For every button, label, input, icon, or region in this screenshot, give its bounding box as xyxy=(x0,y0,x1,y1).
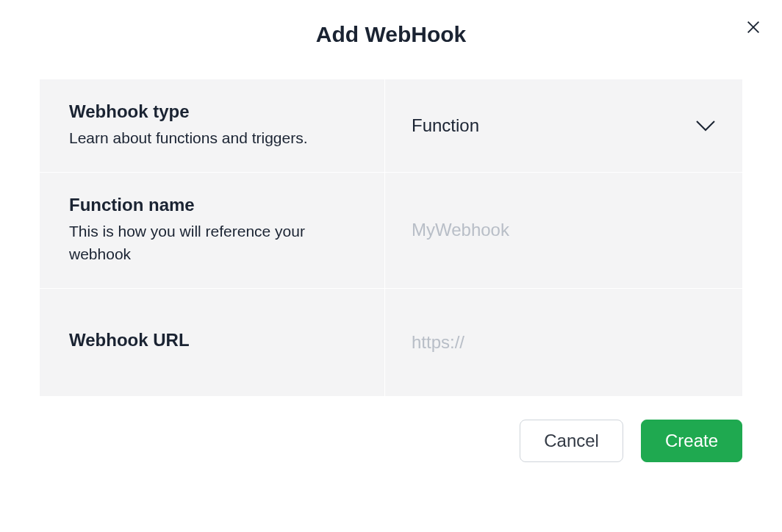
function-name-input-cell xyxy=(385,173,742,288)
function-name-row: Function name This is how you will refer… xyxy=(40,173,742,289)
chevron-down-icon xyxy=(695,120,716,132)
function-name-label: Function name xyxy=(69,195,355,215)
webhook-type-label-cell: Webhook type Learn about functions and t… xyxy=(40,79,385,172)
webhook-type-selected: Function xyxy=(412,115,479,136)
cancel-button[interactable]: Cancel xyxy=(520,420,623,462)
webhook-type-description: Learn about functions and triggers. xyxy=(69,126,355,150)
webhook-url-row: Webhook URL xyxy=(40,289,742,396)
webhook-url-input[interactable] xyxy=(412,332,716,353)
function-name-label-cell: Function name This is how you will refer… xyxy=(40,173,385,288)
webhook-url-label-cell: Webhook URL xyxy=(40,289,385,396)
webhook-url-input-cell xyxy=(385,289,742,396)
form-container: Webhook type Learn about functions and t… xyxy=(40,79,742,396)
modal-actions: Cancel Create xyxy=(0,396,782,462)
modal-title: Add WebHook xyxy=(0,22,782,47)
webhook-type-input-cell: Function xyxy=(385,79,742,172)
close-button[interactable] xyxy=(742,16,764,38)
add-webhook-modal: Add WebHook Webhook type Learn about fun… xyxy=(0,0,782,532)
webhook-type-row: Webhook type Learn about functions and t… xyxy=(40,79,742,173)
webhook-url-label: Webhook URL xyxy=(69,330,355,351)
webhook-type-label: Webhook type xyxy=(69,101,355,122)
function-name-input[interactable] xyxy=(412,220,716,240)
create-button[interactable]: Create xyxy=(641,420,742,462)
function-name-description: This is how you will reference your webh… xyxy=(69,220,355,266)
webhook-type-select[interactable]: Function xyxy=(412,115,716,136)
close-icon xyxy=(745,19,761,35)
